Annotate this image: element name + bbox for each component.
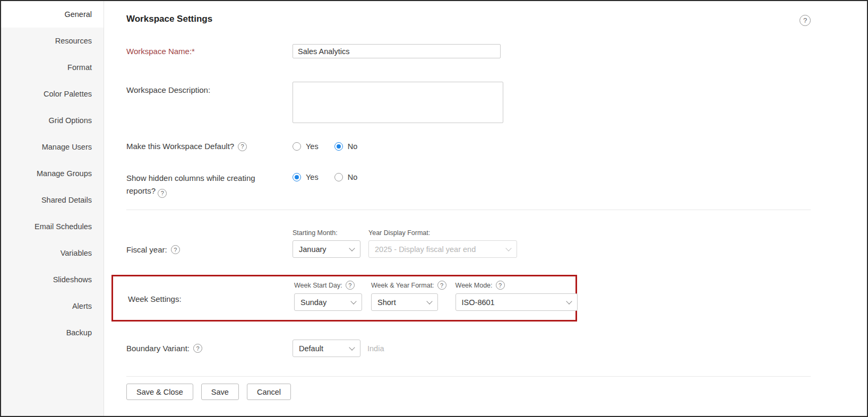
week-year-format-value: Short [377, 298, 396, 307]
starting-month-label: Starting Month: [293, 229, 360, 237]
fiscal-year-label-text: Fiscal year: [126, 245, 167, 254]
week-mode-help-icon[interactable]: ? [496, 281, 505, 290]
sidebar-item-label: Format [67, 63, 92, 72]
chevron-down-icon [426, 298, 432, 304]
boundary-variant-row: Boundary Variant: ? Default India [126, 340, 811, 357]
week-start-day-select[interactable]: Sunday [294, 293, 362, 311]
footer-buttons: Save & Close Save Cancel [126, 384, 811, 400]
week-start-day-help-icon[interactable]: ? [346, 281, 355, 290]
sidebar-item-email-schedules[interactable]: Email Schedules [1, 213, 104, 240]
save-button[interactable]: Save [201, 384, 239, 400]
chevron-down-icon [349, 344, 355, 350]
sidebar-item-label: Alerts [72, 302, 92, 310]
sidebar-item-label: Shared Details [41, 196, 92, 204]
make-default-no-radio[interactable]: No [334, 142, 358, 151]
workspace-description-label: Workspace Description: [126, 82, 293, 94]
make-default-radio-group: Yes No [293, 142, 357, 151]
fiscal-year-fields: Starting Month: January Year Display For… [293, 229, 517, 258]
sidebar-item-format[interactable]: Format [1, 54, 104, 81]
sidebar-item-alerts[interactable]: Alerts [1, 293, 104, 319]
week-year-format-group: Week & Year Format:? Short [371, 281, 446, 311]
boundary-variant-note: India [367, 344, 384, 353]
chevron-down-icon [349, 245, 355, 251]
radio-label: Yes [306, 173, 319, 181]
week-mode-select[interactable]: ISO-8601 [456, 293, 578, 311]
show-hidden-field: Yes No [293, 172, 357, 181]
sidebar-item-label: Manage Groups [37, 169, 92, 178]
cancel-button[interactable]: Cancel [247, 384, 291, 400]
chevron-down-icon [505, 245, 511, 251]
workspace-name-input[interactable] [293, 44, 501, 58]
chevron-down-icon [350, 298, 356, 304]
sidebar-item-label: Slideshows [53, 275, 92, 284]
sidebar-item-backup[interactable]: Backup [1, 319, 104, 346]
settings-main: Workspace Settings ? Workspace Name:* Wo… [104, 1, 867, 416]
make-default-field: Yes No [293, 142, 357, 151]
sidebar-item-label: Backup [66, 328, 92, 337]
week-settings-row: Week Settings: Week Start Day:? Sunday W… [128, 281, 575, 311]
make-default-label-text: Make this Workspace Default? [126, 140, 234, 153]
sidebar-item-general[interactable]: General [1, 1, 104, 28]
show-hidden-help-icon[interactable]: ? [158, 189, 167, 198]
week-year-format-select[interactable]: Short [371, 293, 438, 311]
page-help-icon[interactable]: ? [800, 15, 811, 26]
sidebar-item-label: Email Schedules [35, 222, 92, 231]
show-hidden-label-inner: Show hidden columns while creating repor… [126, 173, 255, 195]
sidebar-item-resources[interactable]: Resources [1, 28, 104, 54]
year-display-format-label: Year Display Format: [368, 229, 517, 237]
sidebar-item-manage-groups[interactable]: Manage Groups [1, 160, 104, 187]
sidebar-item-shared-details[interactable]: Shared Details [1, 187, 104, 213]
week-start-day-label: Week Start Day:? [294, 281, 362, 290]
week-year-format-label: Week & Year Format:? [371, 281, 446, 290]
year-display-format-group: Year Display Format: 2025 - Display fisc… [368, 229, 517, 258]
boundary-variant-label-text: Boundary Variant: [126, 344, 190, 353]
make-default-help-icon[interactable]: ? [238, 142, 247, 151]
starting-month-select[interactable]: January [293, 240, 360, 258]
sidebar-item-variables[interactable]: Variables [1, 240, 104, 266]
radio-label: No [348, 142, 358, 151]
sidebar-item-label: Variables [61, 249, 92, 257]
radio-label: Yes [306, 142, 319, 151]
save-close-button[interactable]: Save & Close [126, 384, 193, 400]
fiscal-year-help-icon[interactable]: ? [171, 245, 180, 254]
workspace-settings-window: General Resources Format Color Palettes … [0, 0, 868, 417]
starting-month-group: Starting Month: January [293, 229, 360, 258]
week-start-day-group: Week Start Day:? Sunday [294, 281, 362, 311]
workspace-name-label: Workspace Name:* [126, 47, 293, 56]
chevron-down-icon [566, 298, 572, 304]
page-title: Workspace Settings [126, 14, 212, 24]
week-year-format-help-icon[interactable]: ? [437, 281, 446, 290]
sidebar-item-slideshows[interactable]: Slideshows [1, 266, 104, 293]
fiscal-year-row: Fiscal year: ? Starting Month: January Y… [126, 229, 811, 258]
week-mode-label: Week Mode:? [456, 281, 578, 290]
show-hidden-yes-radio[interactable]: Yes [293, 173, 319, 181]
sidebar-item-manage-users[interactable]: Manage Users [1, 134, 104, 160]
section-divider [126, 210, 811, 210]
make-default-yes-radio[interactable]: Yes [293, 142, 319, 151]
starting-month-value: January [299, 245, 326, 254]
sidebar-item-label: Resources [55, 37, 92, 45]
radio-unselected-icon [293, 142, 301, 151]
boundary-variant-help-icon[interactable]: ? [193, 344, 202, 353]
workspace-description-label-text: Workspace Description: [126, 85, 210, 94]
radio-selected-icon [334, 142, 343, 151]
workspace-name-label-text: Workspace Name: [126, 47, 192, 56]
week-start-day-label-text: Week Start Day: [294, 282, 342, 289]
make-default-label: Make this Workspace Default? ? [126, 140, 293, 153]
radio-unselected-icon [334, 173, 343, 181]
show-hidden-row: Show hidden columns while creating repor… [126, 172, 811, 198]
show-hidden-radio-group: Yes No [293, 173, 357, 181]
boundary-variant-select[interactable]: Default [293, 340, 360, 357]
week-start-day-value: Sunday [300, 298, 326, 307]
sidebar-item-label: Color Palettes [44, 90, 92, 98]
radio-selected-icon [293, 173, 301, 181]
workspace-description-textarea[interactable] [293, 82, 503, 123]
radio-label: No [348, 173, 358, 181]
show-hidden-no-radio[interactable]: No [334, 173, 358, 181]
year-display-format-select: 2025 - Display fiscal year end [368, 240, 517, 258]
sidebar-item-grid-options[interactable]: Grid Options [1, 107, 104, 134]
make-default-row: Make this Workspace Default? ? Yes No [126, 140, 811, 153]
sidebar-item-color-palettes[interactable]: Color Palettes [1, 81, 104, 107]
boundary-variant-label: Boundary Variant: ? [126, 344, 293, 353]
boundary-variant-value: Default [299, 344, 323, 353]
